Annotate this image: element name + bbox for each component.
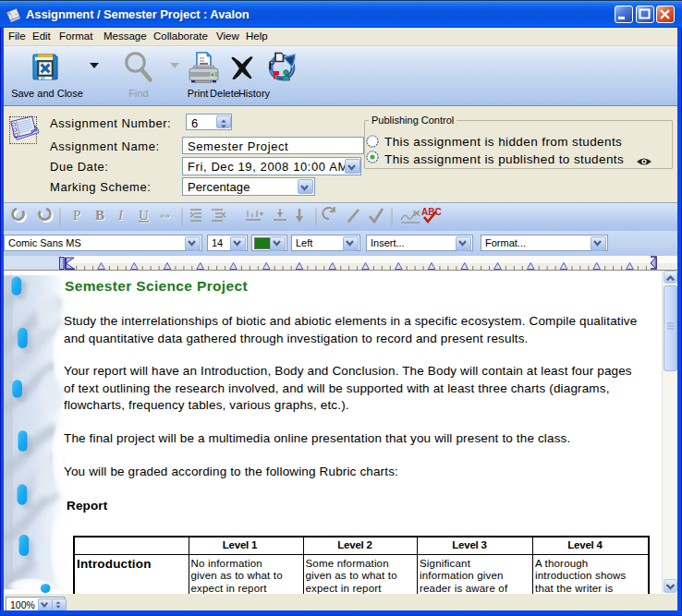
svg-text:«»: «» xyxy=(160,209,170,220)
svg-text:B: B xyxy=(95,208,104,223)
svg-text:U: U xyxy=(139,208,149,223)
svg-text:I: I xyxy=(117,208,124,223)
svg-text:P: P xyxy=(73,208,80,223)
